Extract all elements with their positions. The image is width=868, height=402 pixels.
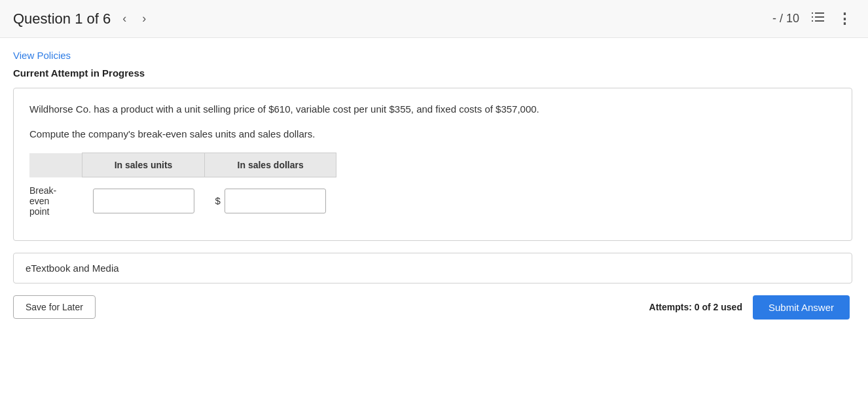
col1-header: In sales units	[82, 153, 205, 177]
question-body: Wildhorse Co. has a product with a unit …	[29, 101, 836, 142]
col2-header: In sales dollars	[205, 153, 336, 177]
score-display: - / 10	[772, 12, 799, 26]
dollar-sign: $	[215, 195, 221, 206]
content-area: View Policies Current Attempt in Progres…	[0, 38, 868, 402]
sales-dollars-cell: $	[205, 177, 336, 225]
sales-units-cell	[82, 177, 205, 225]
sales-dollars-input-group: $	[215, 189, 326, 213]
etextbook-label: eTextbook and Media	[26, 263, 119, 274]
sales-dollars-input[interactable]	[225, 189, 326, 213]
etextbook-bar: eTextbook and Media	[13, 253, 852, 283]
table-row: Break-even point $	[29, 177, 336, 225]
row-label: Break-even point	[29, 177, 82, 225]
more-options-icon[interactable]: ⋮	[837, 10, 852, 27]
page-wrapper: Question 1 of 6 ‹ › - / 10 ⋮ View Polici…	[0, 0, 868, 402]
question-line1: Wildhorse Co. has a product with a unit …	[29, 101, 836, 117]
header: Question 1 of 6 ‹ › - / 10 ⋮	[0, 0, 868, 38]
submit-answer-button[interactable]: Submit Answer	[753, 295, 850, 320]
sales-units-input[interactable]	[93, 189, 194, 213]
header-left: Question 1 of 6 ‹ ›	[13, 9, 150, 28]
attempt-label: Current Attempt in Progress	[13, 67, 852, 79]
question-box: Wildhorse Co. has a product with a unit …	[13, 88, 852, 241]
list-icon[interactable]	[811, 11, 825, 26]
answer-table: In sales units In sales dollars Break-ev…	[29, 153, 336, 225]
footer: Save for Later Attempts: 0 of 2 used Sub…	[13, 295, 852, 325]
save-for-later-button[interactable]: Save for Later	[13, 295, 96, 319]
table-empty-header	[29, 153, 82, 177]
view-policies-link[interactable]: View Policies	[13, 50, 71, 61]
footer-right: Attempts: 0 of 2 used Submit Answer	[649, 295, 850, 320]
question-line2: Compute the company's break-even sales u…	[29, 126, 836, 142]
next-nav-button[interactable]: ›	[138, 9, 150, 28]
header-right: - / 10 ⋮	[772, 10, 852, 27]
prev-nav-button[interactable]: ‹	[118, 9, 130, 28]
question-title: Question 1 of 6	[13, 10, 111, 27]
attempts-text: Attempts: 0 of 2 used	[649, 302, 742, 312]
